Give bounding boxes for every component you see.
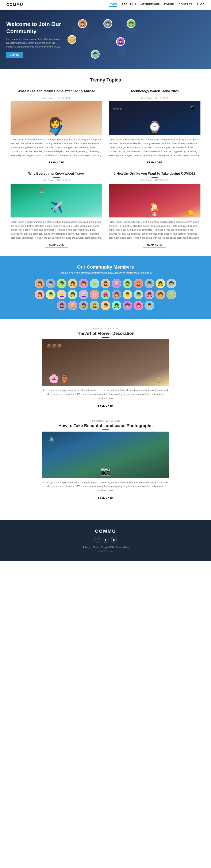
community-title: Our Community Members bbox=[6, 265, 205, 270]
avatar: 👨 bbox=[103, 19, 112, 28]
post-category-2: Photography | 12 AUG, 2019 bbox=[42, 420, 169, 422]
member-avatar: 👩‍🦳 bbox=[79, 290, 89, 300]
hero-section: Welcome to Join Our Community Lorem Ipsu… bbox=[0, 10, 211, 69]
member-avatar: 🌸 bbox=[90, 290, 99, 300]
member-avatar: 👴 bbox=[167, 290, 176, 300]
title-underline bbox=[54, 95, 60, 95]
footer: COMMU Privacy Terms Designed With: Templ… bbox=[0, 520, 211, 561]
nav-home[interactable]: HOME bbox=[109, 3, 117, 7]
members-grid: 👩👨👦👧🧑👴👩‍🦱👱🧔👩‍🦰👦👧🧒👩👨👱‍♀️🧑👩‍🦳🌸🌺👩👨👦👧🧑👴👩‍🦱👱🧔… bbox=[32, 279, 179, 310]
community-subtitle: Become a part of a growing community and… bbox=[6, 272, 205, 275]
blog-post-2: Photography | 12 AUG, 2019 How to Take B… bbox=[42, 420, 169, 501]
post-category-1: Lifestyle | 12 JAN, 2020 bbox=[42, 327, 169, 330]
member-avatar: 🧑 bbox=[68, 290, 77, 300]
title-underline bbox=[102, 337, 109, 338]
post-title-2: How to Take Beautiful Landscape Photogra… bbox=[42, 423, 169, 428]
trendy-topics-title: Trendy Topics bbox=[6, 77, 205, 83]
nav-membership[interactable]: MEMBERSHIP bbox=[141, 3, 160, 7]
post-image-1: 🌸 🏺 🌷 📦📦📦 bbox=[42, 339, 169, 386]
member-avatar: 👨 bbox=[122, 290, 132, 300]
member-avatar: 🧔 bbox=[79, 301, 89, 310]
title-underline bbox=[151, 95, 158, 95]
nav-about[interactable]: ABOUT US bbox=[121, 3, 137, 7]
member-avatar: 👦 bbox=[144, 279, 154, 288]
hero-title: Welcome to Join Our Community bbox=[6, 21, 65, 35]
hero-content: Welcome to Join Our Community Lorem Ipsu… bbox=[6, 21, 65, 58]
nav-contact[interactable]: CONTACT bbox=[179, 3, 192, 7]
member-avatar: 👴 bbox=[90, 279, 99, 288]
member-avatar: 👨 bbox=[144, 301, 154, 310]
avatar: 👴 bbox=[68, 35, 76, 44]
blog-post-1: Lifestyle | 12 JAN, 2020 The Art of Flow… bbox=[42, 327, 169, 409]
nav-forum[interactable]: FORUM bbox=[164, 3, 175, 7]
footer-privacy-link[interactable]: Privacy bbox=[83, 546, 90, 549]
avatar: 👧 bbox=[127, 19, 136, 28]
member-avatar: 🧔 bbox=[122, 279, 132, 288]
read-more-button-2[interactable]: READ MORE bbox=[143, 160, 166, 165]
member-avatar: 👩 bbox=[112, 290, 121, 300]
topic-card-1: What it Feels to return Home after Livin… bbox=[10, 89, 102, 165]
join-us-button[interactable]: JOIN US bbox=[6, 52, 23, 58]
trendy-topics-section: Trendy Topics What it Feels to return Ho… bbox=[0, 69, 211, 256]
read-more-button-3[interactable]: READ MORE bbox=[45, 242, 68, 247]
topic-image-4: 🍹 🍋 bbox=[109, 184, 201, 217]
topic-title-3: Why Everything Know about Travel bbox=[10, 172, 102, 176]
nav-links: HOME ABOUT US MEMBERSHIP FORUM CONTACT B… bbox=[109, 3, 205, 7]
topic-card-3: Why Everything Know about Travel Life, T… bbox=[10, 172, 102, 247]
member-avatar: 👩 bbox=[35, 279, 44, 288]
post-read-more-1[interactable]: READ MORE bbox=[94, 404, 117, 409]
facebook-link[interactable] bbox=[94, 537, 100, 543]
read-more-button-4[interactable]: READ MORE bbox=[143, 242, 166, 247]
post-text-2: Lorem Ipsum is simply dummy text of the … bbox=[42, 480, 169, 492]
hero-avatars: 👩 👨 👧 👴 👩‍🦱 👦 bbox=[65, 18, 205, 60]
title-underline bbox=[54, 177, 60, 178]
member-avatar: 👨 bbox=[46, 290, 56, 300]
member-avatar: 👧 bbox=[68, 279, 77, 288]
topic-meta-2: Life, Travel | FEB 29, 2020 bbox=[109, 97, 201, 99]
member-avatar: 🧑 bbox=[79, 279, 89, 288]
footer-terms-link[interactable]: Terms bbox=[93, 546, 99, 549]
hero-description: Lorem Ipsum is simply dummy text of the … bbox=[6, 37, 65, 49]
topic-image-1: 🧳 👩 bbox=[10, 101, 102, 135]
navbar: COMMU HOME ABOUT US MEMBERSHIP FORUM CON… bbox=[0, 0, 211, 10]
footer-links: Privacy Terms Designed With: TemplateFla… bbox=[6, 546, 205, 549]
avatar: 👦 bbox=[91, 50, 100, 59]
post-read-more-2[interactable]: READ MORE bbox=[94, 496, 117, 501]
member-avatar: 👩‍🦱 bbox=[101, 279, 110, 288]
avatar: 👩‍🦱 bbox=[116, 37, 125, 46]
topic-title-1: What it Feels to return Home after Livin… bbox=[10, 89, 102, 94]
footer-copyright: © 2020 Commu bbox=[6, 550, 205, 553]
pinterest-link[interactable] bbox=[111, 537, 117, 543]
member-avatar: 👱‍♀️ bbox=[57, 290, 67, 300]
member-avatar: 👦 bbox=[101, 301, 110, 310]
topic-meta-1: Life, Travel | FEB 29, 2020 bbox=[10, 97, 102, 99]
title-underline bbox=[102, 430, 109, 430]
topic-text-4: Lorem Ipsum is simply dummy text of the … bbox=[109, 220, 201, 240]
member-avatar: 👧 bbox=[155, 279, 165, 288]
member-avatar: 👩 bbox=[35, 290, 44, 300]
topic-title-4: 5 Healthy Drinks you Want to Take during… bbox=[109, 172, 201, 176]
twitter-link[interactable] bbox=[103, 537, 108, 543]
member-avatar: 👱 bbox=[68, 301, 77, 310]
topic-image-2: ⌚ 📱 ●●● bbox=[109, 101, 201, 135]
post-title-1: The Art of Flower Decoration bbox=[42, 331, 169, 336]
member-avatar: 👩 bbox=[134, 301, 143, 310]
member-avatar: 👨 bbox=[46, 279, 56, 288]
topics-grid: What it Feels to return Home after Livin… bbox=[10, 89, 201, 247]
topic-title-2: Technology Watch Trend 2020 bbox=[109, 89, 201, 94]
topic-meta-4: Life, Travel | FEB 29, 2020 bbox=[109, 179, 201, 182]
member-avatar: 👧 bbox=[112, 301, 121, 310]
topic-image-3: ✈️ 🏝️ bbox=[10, 184, 102, 217]
nav-blog[interactable]: BLOG bbox=[197, 3, 205, 7]
member-avatar: 🧒 bbox=[122, 301, 132, 310]
read-more-button-1[interactable]: READ MORE bbox=[45, 160, 68, 165]
post-image-2: 📷 🏔️ 🌲 bbox=[42, 432, 169, 478]
footer-credit: Designed With: TemplateFlare bbox=[101, 546, 129, 549]
community-section: Our Community Members Become a part of a… bbox=[0, 256, 211, 319]
member-avatar: 🧑 bbox=[155, 290, 165, 300]
member-avatar: 👩‍🦰 bbox=[134, 279, 143, 288]
topic-card-2: Technology Watch Trend 2020 Life, Travel… bbox=[109, 89, 201, 165]
member-avatar: 👦 bbox=[57, 279, 67, 288]
topic-meta-3: Life, Travel | FEB 29, 2020 bbox=[10, 179, 102, 182]
topic-text-3: Lorem Ipsum is simply dummy text of the … bbox=[10, 220, 102, 240]
